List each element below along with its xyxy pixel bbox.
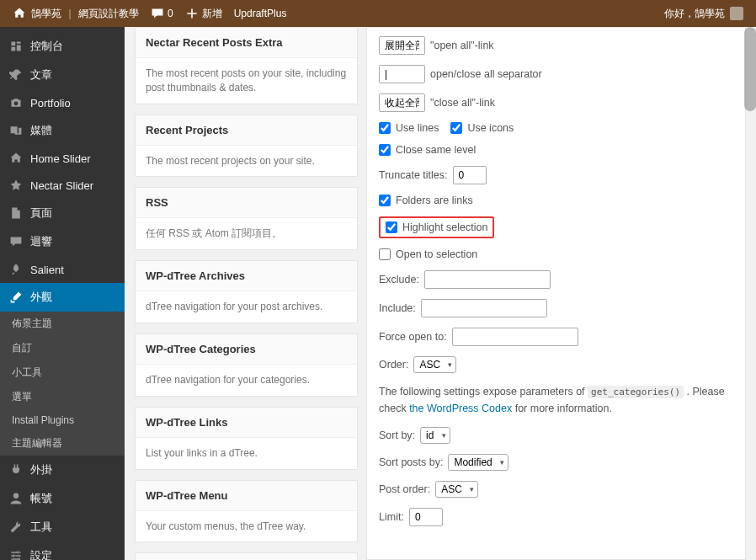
widget-description: dTree navigation for your post archives. xyxy=(136,291,357,323)
sidebar-subitem[interactable]: Install Plugins xyxy=(0,409,125,431)
new-label: 新增 xyxy=(202,7,222,21)
separator: ｜ xyxy=(65,7,75,21)
widget-title: Recent Projects xyxy=(136,115,357,146)
sortposts-select[interactable]: Modified xyxy=(448,454,508,471)
widget-description: The most recent posts on your site, incl… xyxy=(136,58,357,104)
sidebar-item-comment[interactable]: 迴響 xyxy=(0,227,125,256)
use-icons-checkbox[interactable]: Use icons xyxy=(450,122,514,134)
sidebar-item-brush[interactable]: 外觀 xyxy=(0,283,125,312)
sidebar-item-plug[interactable]: 外掛 xyxy=(0,456,125,484)
avatar xyxy=(730,7,743,20)
toolbar-comments[interactable]: 0 xyxy=(145,0,179,27)
widget-description: List your links in a dTree. xyxy=(136,438,357,469)
toolbar-home[interactable]: 鵠學苑 ｜ 網頁設計教學 xyxy=(7,0,145,27)
sidebar-item-sliders[interactable]: 設定 xyxy=(0,541,125,560)
sortposts-label: Sort posts by: xyxy=(379,456,443,468)
widget-title: WP-dTree Categories xyxy=(136,334,357,365)
greeting: 你好，鵠學苑 xyxy=(664,7,725,21)
include-input[interactable] xyxy=(421,299,547,317)
camera-icon xyxy=(9,96,23,109)
house-icon xyxy=(9,152,23,165)
folders-links-checkbox[interactable]: Folders are links xyxy=(379,195,473,206)
plug-icon xyxy=(9,463,23,477)
sidebar-item-media[interactable]: 媒體 xyxy=(0,116,125,145)
sidebar-item-pin[interactable]: 文章 xyxy=(0,61,125,89)
sortby-label: Sort by: xyxy=(379,429,415,441)
widget-item[interactable]: Nectar Recent Posts ExtraThe most recent… xyxy=(135,27,358,104)
sidebar-item-page[interactable]: 頁面 xyxy=(0,199,125,227)
widget-settings-panel: "open all"-link open/close all separator… xyxy=(366,27,746,560)
use-lines-checkbox[interactable]: Use lines xyxy=(379,122,439,134)
widget-item[interactable]: WP-dTree ArchivesdTree navigation for yo… xyxy=(135,260,358,323)
separator-input[interactable] xyxy=(379,65,425,83)
widget-item[interactable]: WP-dTree MenuYour custom menus, the dTre… xyxy=(135,480,358,543)
widget-item[interactable]: WP-dTree LinksList your links in a dTree… xyxy=(135,407,358,470)
widget-title: WP-dTree Menu xyxy=(136,481,357,511)
star-icon xyxy=(9,179,23,192)
widget-description: The most recent projects on your site. xyxy=(136,146,357,177)
widget-item[interactable]: WP-dTree CategoriesdTree navigation for … xyxy=(135,333,358,397)
toolbar-account[interactable]: 你好，鵠學苑 xyxy=(658,0,749,27)
sidebar-item-wrench[interactable]: 工具 xyxy=(0,513,125,541)
page-icon xyxy=(9,206,23,220)
separator-label: open/close all separator xyxy=(430,68,542,80)
close-same-level-checkbox[interactable]: Close same level xyxy=(379,144,476,156)
toolbar-new[interactable]: 新增 xyxy=(179,0,228,27)
sidebar-item-label: 設定 xyxy=(30,548,52,560)
postorder-label: Post order: xyxy=(379,483,430,495)
sidebar-item-label: Portfolio xyxy=(30,97,71,109)
sidebar-item-rocket[interactable]: Salient xyxy=(0,256,125,283)
sidebar-item-label: Home Slider xyxy=(30,152,91,165)
sidebar-item-label: 外觀 xyxy=(30,290,52,305)
sidebar-subitem[interactable]: 小工具 xyxy=(0,360,125,385)
sidebar-subitem[interactable]: 選單 xyxy=(0,385,125,409)
comment-count: 0 xyxy=(168,8,173,19)
order-select[interactable]: ASC xyxy=(413,356,456,373)
sidebar-item-camera[interactable]: Portfolio xyxy=(0,89,125,116)
order-label: Order: xyxy=(379,359,408,371)
scrollbar[interactable] xyxy=(744,27,756,111)
highlight-selection-checkbox[interactable]: Highlight selection xyxy=(386,221,487,233)
pin-icon xyxy=(9,68,23,82)
rocket-icon xyxy=(9,263,23,276)
media-icon xyxy=(9,124,23,137)
widget-item[interactable]: RSS任何 RSS 或 Atom 訂閱項目。 xyxy=(135,187,358,250)
site-subtitle: 網頁設計教學 xyxy=(78,7,139,21)
truncate-input[interactable] xyxy=(453,166,487,184)
sidebar-item-house[interactable]: Home Slider xyxy=(0,145,125,172)
widget-item[interactable]: Recent ProjectsThe most recent projects … xyxy=(135,115,358,178)
widget-item[interactable]: WP-dTree PagesAdd dTree navigation for y… xyxy=(135,552,358,560)
sidebar-subitem[interactable]: 主題編輯器 xyxy=(0,431,125,456)
limit-label: Limit: xyxy=(379,511,404,523)
sidebar-item-dashboard[interactable]: 控制台 xyxy=(0,32,125,61)
sidebar-item-user[interactable]: 帳號 xyxy=(0,484,125,513)
close-all-input[interactable] xyxy=(379,93,425,112)
highlight-selection-highlighted: Highlight selection xyxy=(379,216,494,238)
limit-input[interactable] xyxy=(409,508,443,526)
postorder-select[interactable]: ASC xyxy=(435,481,478,498)
exclude-input[interactable] xyxy=(424,270,551,289)
open-to-selection-checkbox[interactable]: Open to selection xyxy=(379,248,477,260)
sidebar-item-label: Nectar Slider xyxy=(30,179,93,192)
widget-description: Your custom menus, the dTree way. xyxy=(136,511,357,542)
sidebar-item-label: 頁面 xyxy=(30,205,52,221)
codex-link[interactable]: the WordPress Codex xyxy=(409,403,512,414)
sidebar-item-star[interactable]: Nectar Slider xyxy=(0,172,125,199)
open-all-input[interactable] xyxy=(379,36,425,55)
sidebar-subitem[interactable]: 自訂 xyxy=(0,336,125,360)
comment-icon xyxy=(9,235,23,248)
force-open-input[interactable] xyxy=(452,328,578,346)
widget-description: 任何 RSS 或 Atom 訂閱項目。 xyxy=(136,218,357,249)
include-label: Include: xyxy=(379,302,416,314)
sidebar-item-label: 迴響 xyxy=(30,234,52,249)
wrench-icon xyxy=(9,520,23,534)
site-name: 鵠學苑 xyxy=(31,7,61,21)
sidebar-subitem[interactable]: 佈景主題 xyxy=(0,312,125,336)
plus-icon xyxy=(185,7,199,20)
dashboard-icon xyxy=(9,40,23,53)
widget-title: WP-dTree Links xyxy=(136,408,357,438)
sortby-select[interactable]: id xyxy=(420,427,450,444)
toolbar-updraft[interactable]: UpdraftPlus xyxy=(228,0,293,27)
widget-title: RSS xyxy=(136,188,357,218)
open-all-label: "open all"-link xyxy=(430,40,494,51)
